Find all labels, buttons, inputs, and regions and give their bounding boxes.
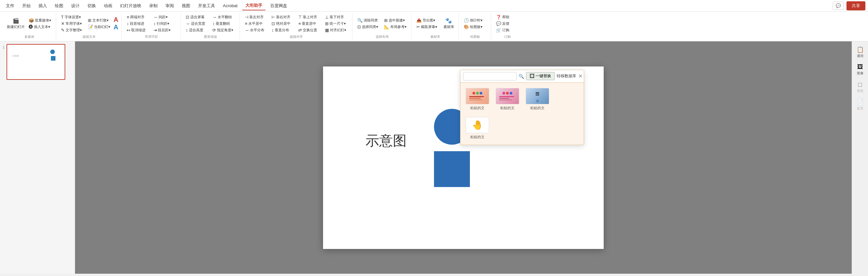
btn-export-img[interactable]: 📤导出图▾ — [415, 17, 441, 24]
menu-dahen[interactable]: 大珩助手 — [242, 1, 266, 10]
btn-align-left[interactable]: ⊣靠左对齐 — [243, 14, 269, 20]
btn-select-same[interactable]: ⊡选择同类▾ — [356, 24, 382, 30]
floating-search-input[interactable] — [463, 72, 517, 80]
btn-align-absolute[interactable]: ⊡绝对居中 — [270, 21, 296, 27]
btn-align-top[interactable]: ⊤靠上对齐 — [297, 14, 323, 20]
dot-green-1 — [476, 92, 479, 95]
btn-current-slide[interactable]: 📝当前幻灯▾ — [86, 24, 112, 30]
menu-design[interactable]: 设计 — [68, 2, 83, 10]
menu-insert[interactable]: 插入 — [35, 2, 50, 10]
btn-text-arrange[interactable]: ✎文字整理▾ — [59, 27, 86, 33]
ribbon: 🎬 新建幻灯片 📦批量媒体▾ 🅐插入文本▾ 多媒体 T字体设置▾ ✕常用字体▾ … — [0, 12, 868, 41]
menu-record[interactable]: 录制 — [146, 2, 161, 10]
btn-text-scatter[interactable]: ⊞文本打散▾ — [86, 17, 112, 24]
btn-countdown[interactable]: 🕐倒计时▾ — [462, 17, 488, 24]
assets-col1: 📤导出图▾ ✂截取屏幕▾ — [415, 17, 441, 30]
sidebar-item-image[interactable]: 🖼 图像 — [852, 62, 868, 77]
sidebar-item-multipage[interactable]: 📄 多页 — [852, 97, 868, 113]
btn-distribute-v[interactable]: ↕垂直分布 — [270, 27, 296, 33]
btn-batch-media[interactable]: 📦批量媒体▾ — [27, 17, 53, 24]
transfer-button[interactable]: 转移数据库 — [557, 73, 576, 79]
btn-fit-width[interactable]: ↔适合宽度 — [184, 21, 210, 27]
group-multimedia: 🎬 新建幻灯片 📦批量媒体▾ 🅐插入文本▾ 多媒体 — [3, 13, 56, 40]
drawing-board-icon: 🎨 — [464, 25, 469, 29]
btn-select-new[interactable]: ⊞选中新建▾ — [382, 17, 408, 24]
btn-justify[interactable]: ≡两端对齐 — [125, 14, 151, 20]
btn-unified-size[interactable]: ⊞统一尺寸▾ — [323, 21, 349, 27]
btn-rotate[interactable]: ⟳指定角度▾ — [211, 27, 237, 33]
btn-purchase[interactable]: 🛒订购 — [494, 27, 521, 33]
btn-align-center-h[interactable]: ≡水平居中 — [243, 21, 269, 27]
menu-baidu[interactable]: 百度网盘 — [267, 2, 290, 10]
spacing-icon: ↔ — [153, 15, 158, 20]
paste-item-2[interactable]: 粘贴的文 — [494, 87, 521, 112]
paste-thumb-3: ≡ ⊞ — [526, 88, 549, 104]
btn-insert-text[interactable]: 🅐插入文本▾ — [27, 24, 53, 30]
sidebar-item-common[interactable]: 📋 通用 — [852, 44, 868, 60]
btn-layout-ref[interactable]: 📐布局参考▾ — [382, 24, 408, 30]
sidebar-item-shape[interactable]: ◻ 形状 — [852, 79, 868, 95]
btn-clear-same[interactable]: 🔍清除同类 — [356, 17, 382, 24]
canvas-square[interactable] — [434, 151, 470, 187]
slide-canvas[interactable]: 示意图 🔍 🔲 一键替换 转移数据库 ✕ — [323, 66, 604, 249]
menu-slideshow[interactable]: 幻灯片放映 — [117, 2, 145, 10]
layout-col1: 🔍清除同类 ⊡选择同类▾ — [356, 17, 382, 30]
font-setting-icon: T — [61, 15, 64, 20]
btn-screenshot[interactable]: ✂截取屏幕▾ — [415, 24, 441, 30]
justify-icon: ≡ — [127, 15, 129, 20]
paste-item-3[interactable]: ≡ ⊞ 粘贴的文 — [524, 87, 551, 112]
menu-acrobat[interactable]: Acrobat — [220, 2, 241, 9]
close-panel-button[interactable]: ✕ — [578, 73, 583, 79]
canvas-area[interactable]: 示意图 🔍 🔲 一键替换 转移数据库 ✕ — [75, 41, 852, 274]
btn-material-lib[interactable]: 🐾 素材库 — [441, 16, 456, 30]
btn-flip-v[interactable]: ↕垂直翻转 — [211, 21, 237, 27]
feedback-icon: 💬 — [496, 21, 501, 26]
btn-para-spacing[interactable]: ⇥段后距▾ — [152, 27, 178, 33]
btn-line-spacing[interactable]: ↕行间距▾ — [152, 21, 178, 27]
btn-remove-indent[interactable]: ↤取消缩进 — [125, 27, 151, 33]
menu-view[interactable]: 视图 — [179, 2, 193, 10]
replace-button[interactable]: 🔲 一键替换 — [526, 72, 555, 80]
paste-item-1[interactable]: 粘贴的文 — [464, 87, 491, 112]
purchase-label: 订购 — [504, 34, 511, 40]
btn-align-slide[interactable]: ▦对齐幻灯▾ — [323, 27, 349, 33]
btn-swap[interactable]: ⇄交换位置 — [297, 27, 323, 33]
btn-distribute-h[interactable]: ↔水平分布 — [243, 27, 269, 33]
btn-font-setting[interactable]: T字体设置▾ — [59, 14, 86, 20]
group-spacing: ≡两端对齐 ↕段首缩进 ↤取消缩进 ↔间距▾ ↕行间距▾ ⇥段后距▾ 常用字距 — [122, 13, 181, 40]
align-items: ⊣靠左对齐 ≡水平居中 ↔水平分布 ⊢靠右对齐 ⊡绝对居中 ↕垂直分布 ⊤靠上对… — [243, 13, 349, 34]
btn-new-slide[interactable]: 🎬 新建幻灯片 — [5, 16, 26, 30]
btn-fit-height[interactable]: ↕适合高度 — [184, 27, 210, 33]
group-purchase: ❓帮助 💬反馈 🛒订购 订购 — [492, 13, 523, 40]
indent-first-icon: ↕ — [127, 21, 129, 26]
btn-indent-first[interactable]: ↕段首缩进 — [125, 21, 151, 27]
search-icon[interactable]: 🔍 — [519, 74, 524, 79]
menu-start[interactable]: 开始 — [19, 2, 34, 10]
btn-flip-h[interactable]: ↔水平翻转 — [211, 14, 237, 20]
para-spacing-icon: ⇥ — [153, 28, 157, 33]
btn-align-bottom[interactable]: ⊥靠下对齐 — [323, 14, 349, 20]
menu-devtools[interactable]: 开发工具 — [195, 2, 218, 10]
menu-draw[interactable]: 绘图 — [52, 2, 67, 10]
btn-help[interactable]: ❓帮助 — [494, 14, 521, 20]
slide-thumbnail[interactable]: 示意图 — [6, 44, 65, 80]
paste-item-4[interactable]: 🤚 粘贴的文 — [464, 116, 491, 141]
main-area: 1 示意图 示意图 🔍 🔲 一键替换 转移数据库 — [0, 41, 868, 274]
spacing-label: 常用字距 — [145, 34, 158, 40]
btn-spacing[interactable]: ↔间距▾ — [152, 14, 178, 20]
multimedia-col: 📦批量媒体▾ 🅐插入文本▾ — [27, 17, 53, 30]
btn-feedback[interactable]: 💬反馈 — [494, 21, 521, 27]
btn-fit-screen[interactable]: ⊡适合屏幕 — [184, 14, 210, 20]
menu-file[interactable]: 文件 — [3, 2, 18, 10]
chat-button[interactable]: 💬 — [833, 2, 844, 10]
layout-label: 选择布局 — [376, 34, 389, 40]
btn-common-font[interactable]: ✕常用字体▾ — [59, 21, 86, 27]
btn-drawing-board[interactable]: 🎨绘图板▾ — [462, 24, 488, 30]
menu-animate[interactable]: 动画 — [100, 2, 116, 10]
btn-align-right[interactable]: ⊢靠右对齐 — [270, 14, 296, 20]
share-button[interactable]: 共享 — [846, 1, 865, 10]
menu-review[interactable]: 审阅 — [162, 2, 177, 10]
align-center-v-icon: ≡ — [298, 21, 301, 26]
btn-align-center-v[interactable]: ≡垂直居中 — [297, 21, 323, 27]
menu-switch[interactable]: 切换 — [84, 2, 99, 10]
